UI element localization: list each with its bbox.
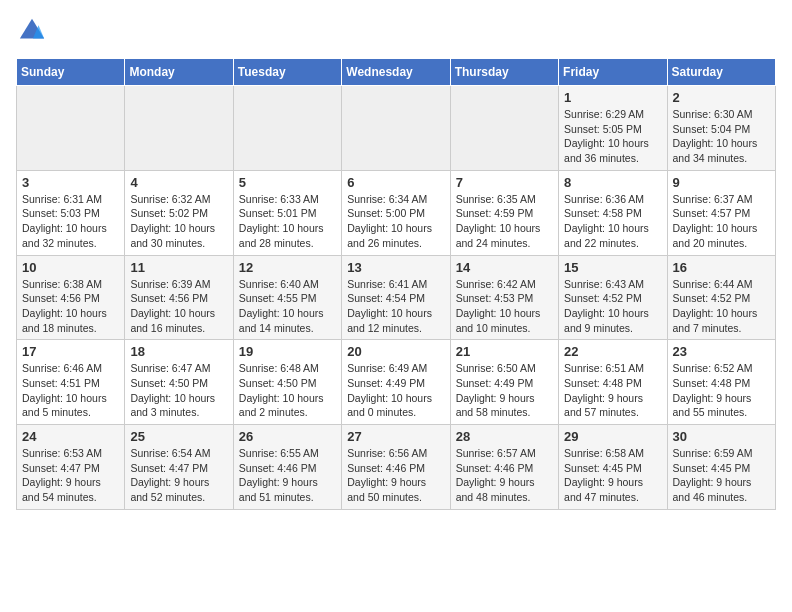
weekday-header-saturday: Saturday xyxy=(667,59,775,86)
day-number: 1 xyxy=(564,90,661,105)
day-info: Sunrise: 6:29 AM Sunset: 5:05 PM Dayligh… xyxy=(564,107,661,166)
day-info: Sunrise: 6:35 AM Sunset: 4:59 PM Dayligh… xyxy=(456,192,553,251)
calendar-cell: 20Sunrise: 6:49 AM Sunset: 4:49 PM Dayli… xyxy=(342,340,450,425)
day-info: Sunrise: 6:31 AM Sunset: 5:03 PM Dayligh… xyxy=(22,192,119,251)
day-number: 4 xyxy=(130,175,227,190)
calendar-cell: 29Sunrise: 6:58 AM Sunset: 4:45 PM Dayli… xyxy=(559,425,667,510)
day-number: 2 xyxy=(673,90,770,105)
weekday-header-tuesday: Tuesday xyxy=(233,59,341,86)
day-number: 28 xyxy=(456,429,553,444)
day-number: 24 xyxy=(22,429,119,444)
calendar-cell: 17Sunrise: 6:46 AM Sunset: 4:51 PM Dayli… xyxy=(17,340,125,425)
day-info: Sunrise: 6:41 AM Sunset: 4:54 PM Dayligh… xyxy=(347,277,444,336)
calendar-cell: 4Sunrise: 6:32 AM Sunset: 5:02 PM Daylig… xyxy=(125,170,233,255)
calendar-cell: 19Sunrise: 6:48 AM Sunset: 4:50 PM Dayli… xyxy=(233,340,341,425)
day-info: Sunrise: 6:39 AM Sunset: 4:56 PM Dayligh… xyxy=(130,277,227,336)
day-number: 12 xyxy=(239,260,336,275)
day-info: Sunrise: 6:55 AM Sunset: 4:46 PM Dayligh… xyxy=(239,446,336,505)
weekday-header-wednesday: Wednesday xyxy=(342,59,450,86)
calendar-cell: 22Sunrise: 6:51 AM Sunset: 4:48 PM Dayli… xyxy=(559,340,667,425)
calendar-cell: 1Sunrise: 6:29 AM Sunset: 5:05 PM Daylig… xyxy=(559,86,667,171)
day-info: Sunrise: 6:52 AM Sunset: 4:48 PM Dayligh… xyxy=(673,361,770,420)
day-info: Sunrise: 6:46 AM Sunset: 4:51 PM Dayligh… xyxy=(22,361,119,420)
day-number: 6 xyxy=(347,175,444,190)
day-info: Sunrise: 6:54 AM Sunset: 4:47 PM Dayligh… xyxy=(130,446,227,505)
day-info: Sunrise: 6:37 AM Sunset: 4:57 PM Dayligh… xyxy=(673,192,770,251)
day-number: 18 xyxy=(130,344,227,359)
calendar-cell: 5Sunrise: 6:33 AM Sunset: 5:01 PM Daylig… xyxy=(233,170,341,255)
day-info: Sunrise: 6:34 AM Sunset: 5:00 PM Dayligh… xyxy=(347,192,444,251)
day-info: Sunrise: 6:49 AM Sunset: 4:49 PM Dayligh… xyxy=(347,361,444,420)
calendar-cell xyxy=(342,86,450,171)
day-number: 9 xyxy=(673,175,770,190)
logo-general xyxy=(16,16,46,50)
day-number: 29 xyxy=(564,429,661,444)
weekday-header-monday: Monday xyxy=(125,59,233,86)
calendar-cell: 6Sunrise: 6:34 AM Sunset: 5:00 PM Daylig… xyxy=(342,170,450,255)
day-info: Sunrise: 6:42 AM Sunset: 4:53 PM Dayligh… xyxy=(456,277,553,336)
day-info: Sunrise: 6:47 AM Sunset: 4:50 PM Dayligh… xyxy=(130,361,227,420)
calendar-cell: 23Sunrise: 6:52 AM Sunset: 4:48 PM Dayli… xyxy=(667,340,775,425)
calendar-cell: 12Sunrise: 6:40 AM Sunset: 4:55 PM Dayli… xyxy=(233,255,341,340)
calendar-cell xyxy=(450,86,558,171)
calendar-cell: 24Sunrise: 6:53 AM Sunset: 4:47 PM Dayli… xyxy=(17,425,125,510)
day-number: 30 xyxy=(673,429,770,444)
day-number: 7 xyxy=(456,175,553,190)
calendar-cell xyxy=(17,86,125,171)
day-info: Sunrise: 6:51 AM Sunset: 4:48 PM Dayligh… xyxy=(564,361,661,420)
day-info: Sunrise: 6:38 AM Sunset: 4:56 PM Dayligh… xyxy=(22,277,119,336)
day-number: 27 xyxy=(347,429,444,444)
day-number: 10 xyxy=(22,260,119,275)
day-number: 3 xyxy=(22,175,119,190)
day-info: Sunrise: 6:36 AM Sunset: 4:58 PM Dayligh… xyxy=(564,192,661,251)
day-info: Sunrise: 6:50 AM Sunset: 4:49 PM Dayligh… xyxy=(456,361,553,420)
calendar-cell: 15Sunrise: 6:43 AM Sunset: 4:52 PM Dayli… xyxy=(559,255,667,340)
day-number: 25 xyxy=(130,429,227,444)
day-info: Sunrise: 6:57 AM Sunset: 4:46 PM Dayligh… xyxy=(456,446,553,505)
day-info: Sunrise: 6:40 AM Sunset: 4:55 PM Dayligh… xyxy=(239,277,336,336)
day-info: Sunrise: 6:59 AM Sunset: 4:45 PM Dayligh… xyxy=(673,446,770,505)
day-number: 14 xyxy=(456,260,553,275)
logo xyxy=(16,16,54,50)
day-info: Sunrise: 6:53 AM Sunset: 4:47 PM Dayligh… xyxy=(22,446,119,505)
page-header xyxy=(16,16,776,50)
day-info: Sunrise: 6:32 AM Sunset: 5:02 PM Dayligh… xyxy=(130,192,227,251)
weekday-header-sunday: Sunday xyxy=(17,59,125,86)
calendar-cell: 2Sunrise: 6:30 AM Sunset: 5:04 PM Daylig… xyxy=(667,86,775,171)
day-info: Sunrise: 6:30 AM Sunset: 5:04 PM Dayligh… xyxy=(673,107,770,166)
day-number: 8 xyxy=(564,175,661,190)
weekday-header-friday: Friday xyxy=(559,59,667,86)
day-info: Sunrise: 6:56 AM Sunset: 4:46 PM Dayligh… xyxy=(347,446,444,505)
calendar-cell: 13Sunrise: 6:41 AM Sunset: 4:54 PM Dayli… xyxy=(342,255,450,340)
day-info: Sunrise: 6:44 AM Sunset: 4:52 PM Dayligh… xyxy=(673,277,770,336)
day-number: 17 xyxy=(22,344,119,359)
calendar-table: SundayMondayTuesdayWednesdayThursdayFrid… xyxy=(16,58,776,510)
weekday-header-thursday: Thursday xyxy=(450,59,558,86)
day-number: 22 xyxy=(564,344,661,359)
day-info: Sunrise: 6:48 AM Sunset: 4:50 PM Dayligh… xyxy=(239,361,336,420)
calendar-cell: 18Sunrise: 6:47 AM Sunset: 4:50 PM Dayli… xyxy=(125,340,233,425)
day-info: Sunrise: 6:58 AM Sunset: 4:45 PM Dayligh… xyxy=(564,446,661,505)
day-number: 15 xyxy=(564,260,661,275)
calendar-cell: 8Sunrise: 6:36 AM Sunset: 4:58 PM Daylig… xyxy=(559,170,667,255)
calendar-cell: 9Sunrise: 6:37 AM Sunset: 4:57 PM Daylig… xyxy=(667,170,775,255)
day-number: 16 xyxy=(673,260,770,275)
day-number: 19 xyxy=(239,344,336,359)
day-info: Sunrise: 6:33 AM Sunset: 5:01 PM Dayligh… xyxy=(239,192,336,251)
calendar-cell: 3Sunrise: 6:31 AM Sunset: 5:03 PM Daylig… xyxy=(17,170,125,255)
day-info: Sunrise: 6:43 AM Sunset: 4:52 PM Dayligh… xyxy=(564,277,661,336)
day-number: 20 xyxy=(347,344,444,359)
calendar-cell: 27Sunrise: 6:56 AM Sunset: 4:46 PM Dayli… xyxy=(342,425,450,510)
calendar-cell: 28Sunrise: 6:57 AM Sunset: 4:46 PM Dayli… xyxy=(450,425,558,510)
calendar-cell: 16Sunrise: 6:44 AM Sunset: 4:52 PM Dayli… xyxy=(667,255,775,340)
day-number: 21 xyxy=(456,344,553,359)
calendar-cell: 21Sunrise: 6:50 AM Sunset: 4:49 PM Dayli… xyxy=(450,340,558,425)
day-number: 13 xyxy=(347,260,444,275)
calendar-cell: 11Sunrise: 6:39 AM Sunset: 4:56 PM Dayli… xyxy=(125,255,233,340)
calendar-cell: 14Sunrise: 6:42 AM Sunset: 4:53 PM Dayli… xyxy=(450,255,558,340)
calendar-cell xyxy=(125,86,233,171)
calendar-cell xyxy=(233,86,341,171)
calendar-cell: 26Sunrise: 6:55 AM Sunset: 4:46 PM Dayli… xyxy=(233,425,341,510)
calendar-cell: 7Sunrise: 6:35 AM Sunset: 4:59 PM Daylig… xyxy=(450,170,558,255)
calendar-cell: 10Sunrise: 6:38 AM Sunset: 4:56 PM Dayli… xyxy=(17,255,125,340)
